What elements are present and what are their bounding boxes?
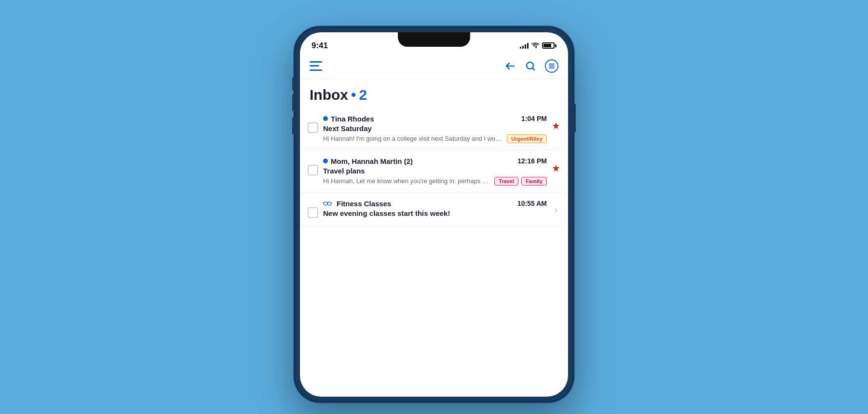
pin-icon (552, 121, 560, 133)
email-time: 10:55 AM (517, 200, 547, 207)
email-item[interactable]: Mom, Hannah Martin (2) 12:16 PM Travel p… (300, 150, 568, 193)
email-subject: Travel plans (323, 167, 547, 175)
email-checkbox[interactable] (308, 165, 318, 175)
inbox-dot: • (351, 87, 356, 103)
glasses-icon (323, 201, 332, 206)
status-time: 9:41 (312, 41, 328, 51)
tag-family: Family (521, 177, 547, 186)
unread-dot (323, 116, 328, 121)
email-content: Tina Rhodes 1:04 PM Next Saturday Hi Han… (323, 115, 547, 143)
email-content: Mom, Hannah Martin (2) 12:16 PM Travel p… (323, 157, 547, 186)
email-time: 1:04 PM (521, 115, 547, 122)
email-header-row: Mom, Hannah Martin (2) 12:16 PM (323, 157, 547, 165)
email-item[interactable]: Tina Rhodes 1:04 PM Next Saturday Hi Han… (300, 108, 568, 150)
status-icons (520, 42, 556, 49)
volume-up-button (292, 94, 295, 111)
pin-icon (552, 164, 560, 175)
phone-screen: 9:41 (300, 32, 568, 397)
tag-urgent-riley: Urgent/Riley (507, 134, 547, 143)
svg-point-5 (324, 202, 327, 205)
inbox-title: Inbox (310, 87, 348, 103)
power-button (573, 104, 576, 133)
email-header-row: Fitness Classes 10:55 AM (323, 200, 547, 208)
inbox-title-row: Inbox • 2 (300, 79, 568, 108)
silent-switch (292, 77, 295, 91)
notch (398, 32, 470, 47)
email-item[interactable]: Fitness Classes 10:55 AM New evening cla… (300, 193, 568, 227)
search-icon[interactable] (525, 60, 536, 72)
sender-name: Fitness Classes (337, 200, 391, 208)
sender-row: Tina Rhodes (323, 115, 374, 123)
wifi-icon (531, 42, 539, 49)
sender-row: Mom, Hannah Martin (2) (323, 157, 413, 165)
email-preview: Hi Hannah! I'm going on a college visit … (323, 135, 504, 142)
tag-travel: Travel (494, 177, 518, 186)
svg-point-6 (327, 202, 331, 205)
inbox-count: 2 (359, 87, 367, 103)
app-header (300, 55, 568, 79)
filter-icon[interactable] (545, 59, 558, 73)
header-left (310, 61, 322, 71)
header-right (504, 59, 558, 73)
email-subject: New evening classes start this week! (323, 209, 547, 217)
email-subject: Next Saturday (323, 124, 547, 133)
menu-icon[interactable] (310, 61, 322, 71)
unread-dot (323, 159, 328, 163)
sender-name: Tina Rhodes (331, 115, 374, 123)
email-checkbox[interactable] (308, 122, 318, 133)
forward-icon (552, 206, 560, 217)
email-header-row: Tina Rhodes 1:04 PM (323, 115, 547, 123)
email-preview-row: Hi Hannah, Let me know when you're getti… (323, 177, 547, 186)
email-checkbox[interactable] (308, 207, 318, 218)
email-content: Fitness Classes 10:55 AM New evening cla… (323, 200, 547, 219)
battery-icon (542, 42, 556, 49)
phone-frame: 9:41 (294, 27, 574, 402)
back-icon[interactable] (504, 60, 516, 72)
email-list: Tina Rhodes 1:04 PM Next Saturday Hi Han… (300, 108, 568, 227)
email-time: 12:16 PM (517, 157, 547, 165)
email-preview: Hi Hannah, Let me know when you're getti… (323, 177, 491, 185)
sender-name: Mom, Hannah Martin (2) (331, 157, 413, 165)
sender-row: Fitness Classes (323, 200, 391, 208)
email-preview-row: Hi Hannah! I'm going on a college visit … (323, 134, 547, 143)
volume-down-button (292, 117, 295, 134)
signal-icon (520, 42, 529, 49)
